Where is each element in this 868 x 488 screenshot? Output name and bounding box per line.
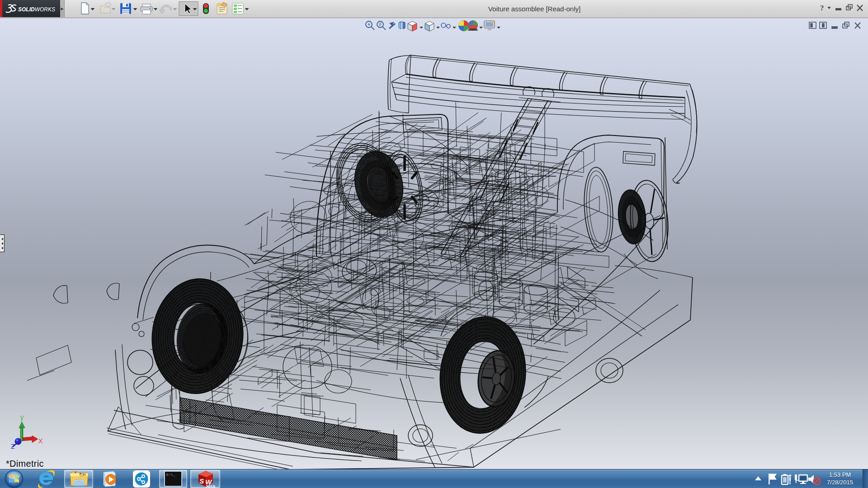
svg-text:C:\_: C:\_ (166, 473, 175, 477)
svg-text:Y: Y (20, 414, 24, 422)
svg-text:SOLIDWORKS: SOLIDWORKS (18, 6, 55, 13)
svg-text:S: S (199, 477, 204, 485)
svg-text:X: X (38, 437, 43, 445)
svg-text:Z: Z (11, 443, 15, 450)
svg-text:?: ? (820, 4, 824, 12)
svg-text:2015: 2015 (206, 484, 216, 488)
